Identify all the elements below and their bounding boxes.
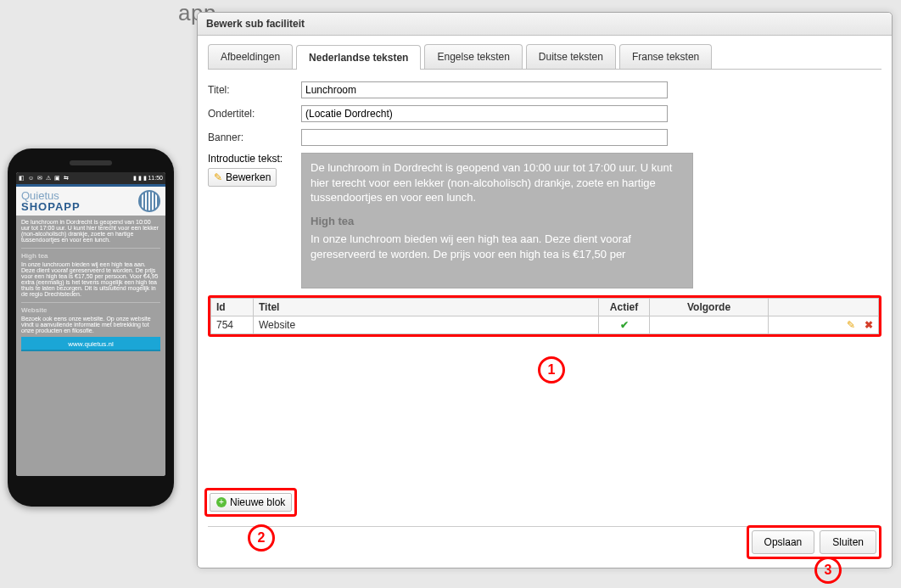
phone-intro-text: De lunchroom in Dordrecht is geopend van… — [21, 219, 160, 243]
phone-statusbar: ◧ ☺ ✉ ⚠ ▣ ⇆ ▮ ▮ ▮ 11:50 — [16, 172, 165, 184]
row-edit-icon[interactable]: ✎ — [847, 319, 855, 331]
edit-intro-button[interactable]: ✎ Bewerken — [208, 168, 277, 187]
plus-icon: + — [216, 497, 227, 507]
close-button[interactable]: Sluiten — [820, 530, 876, 554]
tab-franse-teksten[interactable]: Franse teksten — [619, 44, 712, 69]
th-titel: Titel — [254, 299, 599, 316]
label-intro: Introductie tekst: — [208, 153, 301, 165]
brand-logo-icon — [138, 190, 160, 212]
new-block-button[interactable]: + Nieuwe blok — [210, 493, 292, 512]
check-icon: ✔ — [620, 319, 629, 331]
tab-nederlandse-teksten[interactable]: Nederlandse teksten — [296, 45, 421, 70]
save-button[interactable]: Opslaan — [752, 530, 815, 554]
input-ondertitel[interactable] — [301, 105, 668, 122]
th-actions — [769, 299, 879, 316]
tab-afbeeldingen[interactable]: Afbeeldingen — [208, 44, 293, 69]
cell-actief: ✔ — [599, 316, 650, 334]
modal-title: Bewerk sub faciliteit — [198, 13, 892, 36]
phone-website-button[interactable]: www.quietus.nl — [21, 337, 160, 351]
annotation-1: 1 — [538, 356, 565, 384]
table-row[interactable]: 754 Website ✔ ✎ ✖ — [211, 316, 879, 334]
blocks-table: Id Titel Actief Volgorde 754 Website ✔ — [210, 298, 879, 334]
blocks-table-annotated: Id Titel Actief Volgorde 754 Website ✔ — [208, 295, 881, 337]
annotation-3: 3 — [814, 557, 842, 584]
th-volgorde: Volgorde — [650, 299, 769, 316]
phone-website-title: Website — [21, 306, 160, 314]
th-actief: Actief — [599, 299, 650, 316]
pencil-icon: ✎ — [214, 171, 222, 183]
phone-website-body: Bezoek ook eens onze website. Op onze we… — [21, 316, 160, 333]
th-id: Id — [211, 299, 254, 316]
tab-duitse-teksten[interactable]: Duitse teksten — [526, 44, 616, 69]
modal-edit-subfacility: Bewerk sub faciliteit Afbeeldingen Neder… — [197, 12, 893, 568]
input-banner[interactable] — [301, 129, 668, 146]
phone-mockup: ◧ ☺ ✉ ⚠ ▣ ⇆ ▮ ▮ ▮ 11:50 Quietus SHOPAPP … — [8, 148, 174, 507]
phone-brand-header: Quietus SHOPAPP — [16, 184, 165, 216]
label-banner: Banner: — [208, 129, 301, 143]
phone-hightea-body: In onze lunchroom bieden wij een high te… — [21, 261, 160, 297]
intro-rich-preview: De lunchroom in Dordrecht is geopend van… — [301, 153, 693, 288]
cell-titel: Website — [254, 316, 599, 334]
label-titel: Titel: — [208, 81, 301, 96]
row-delete-icon[interactable]: ✖ — [865, 319, 873, 331]
label-ondertitel: Ondertitel: — [208, 105, 301, 120]
tabs-row: Afbeeldingen Nederlandse teksten Engelse… — [208, 44, 881, 70]
cell-volgorde — [650, 316, 769, 334]
phone-hightea-title: High tea — [21, 252, 160, 260]
cell-id: 754 — [211, 316, 254, 334]
annotation-2: 2 — [248, 524, 275, 552]
tab-engelse-teksten[interactable]: Engelse teksten — [424, 44, 522, 69]
input-titel[interactable] — [301, 81, 668, 98]
